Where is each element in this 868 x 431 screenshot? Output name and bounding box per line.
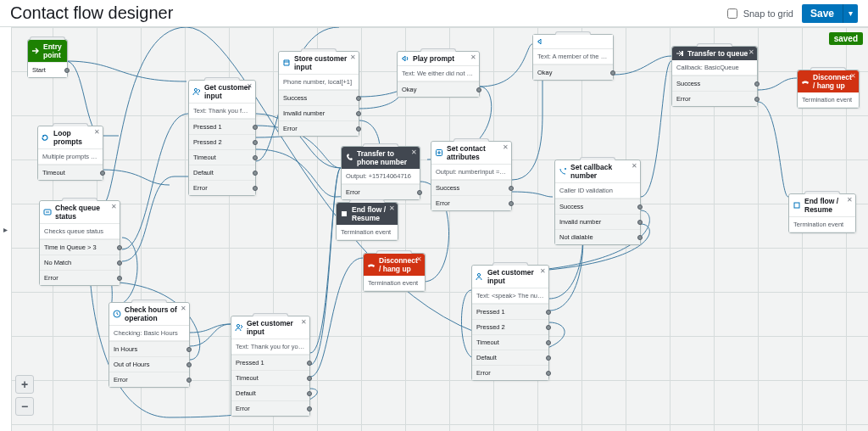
branch[interactable]: Invalid number bbox=[555, 214, 640, 229]
snap-to-grid-toggle[interactable]: Snap to grid bbox=[724, 6, 793, 21]
branch[interactable]: Default bbox=[472, 350, 548, 365]
node-disconnect-2[interactable]: Disconnect / hang up ✕ Termination event bbox=[797, 70, 860, 109]
node-disconnect-1[interactable]: Disconnect / hang up ✕ Termination event bbox=[363, 253, 426, 292]
branch[interactable]: Error bbox=[231, 400, 309, 416]
canvas[interactable]: saved bbox=[0, 27, 868, 431]
node-transfer-to-phone-number[interactable]: Transfer to phone number ✕ Output: +1571… bbox=[341, 146, 420, 200]
branch[interactable]: Error bbox=[40, 270, 120, 285]
person-input-icon bbox=[235, 323, 243, 332]
branch[interactable]: Timeout bbox=[472, 334, 548, 350]
close-icon[interactable]: ✕ bbox=[411, 148, 417, 156]
close-icon[interactable]: ✕ bbox=[632, 162, 637, 170]
node-get-customer-input-1[interactable]: Get customer input ✕ Text: Thank you for… bbox=[188, 80, 256, 196]
close-icon[interactable]: ✕ bbox=[94, 128, 100, 136]
node-header[interactable]: Loop prompts ✕ bbox=[38, 126, 103, 149]
node-header[interactable]: Disconnect / hang up ✕ bbox=[364, 254, 425, 276]
branch[interactable]: No Match bbox=[40, 255, 120, 270]
close-icon[interactable]: ✕ bbox=[181, 305, 186, 312]
close-icon[interactable]: ✕ bbox=[389, 204, 395, 212]
branch[interactable]: Success bbox=[672, 76, 757, 91]
node-header[interactable]: Disconnect / hang up ✕ bbox=[798, 70, 859, 92]
node-get-customer-input-2[interactable]: Get customer input ✕ Text: <speak> The n… bbox=[471, 265, 549, 381]
branch[interactable]: Timeout bbox=[189, 149, 255, 165]
node-entry-point[interactable]: Entry point Start bbox=[27, 39, 68, 78]
node-set-contact-attributes[interactable]: Set contact attributes ✕ Output: numberI… bbox=[431, 141, 512, 211]
node-loop-prompts[interactable]: Loop prompts ✕ Multiple prompts (3) Time… bbox=[37, 126, 103, 181]
branch[interactable]: Error bbox=[342, 184, 420, 199]
close-icon[interactable]: ✕ bbox=[503, 143, 509, 151]
branch[interactable]: Default bbox=[189, 165, 255, 180]
close-icon[interactable]: ✕ bbox=[111, 203, 117, 210]
snap-checkbox[interactable] bbox=[727, 8, 737, 19]
node-header[interactable]: Get customer input ✕ bbox=[472, 266, 548, 288]
branch[interactable]: Not dialable bbox=[555, 229, 640, 244]
branch[interactable]: Error bbox=[672, 91, 757, 106]
branch[interactable]: Pressed 1 bbox=[189, 119, 255, 134]
close-icon[interactable]: ✕ bbox=[301, 318, 307, 326]
branch[interactable]: Default bbox=[231, 385, 309, 400]
branch[interactable]: Pressed 2 bbox=[472, 319, 548, 334]
branch[interactable]: Out of Hours bbox=[109, 356, 189, 372]
node-header[interactable]: Get customer input ✕ bbox=[231, 316, 309, 339]
save-dropdown-button[interactable] bbox=[843, 4, 858, 23]
branch[interactable]: Pressed 1 bbox=[231, 355, 309, 370]
close-icon[interactable]: ✕ bbox=[540, 267, 546, 275]
zoom-out-button[interactable]: − bbox=[15, 397, 34, 416]
node-header[interactable]: . bbox=[533, 35, 613, 49]
branch[interactable]: In Hours bbox=[109, 341, 189, 356]
branch[interactable]: Okay bbox=[533, 64, 613, 80]
branch[interactable]: Error bbox=[279, 120, 359, 136]
node-header[interactable]: End flow / Resume ✕ bbox=[789, 194, 855, 217]
branch[interactable]: Invalid number bbox=[279, 105, 359, 120]
node-header[interactable]: Check queue status ✕ bbox=[40, 201, 120, 224]
branch[interactable]: Error bbox=[189, 180, 255, 195]
branch[interactable]: Error bbox=[109, 372, 189, 387]
end-icon bbox=[793, 201, 801, 210]
node-end-flow-1[interactable]: End flow / Resume ✕ Termination event bbox=[336, 202, 398, 241]
save-button[interactable]: Save bbox=[802, 4, 843, 23]
close-icon[interactable]: ✕ bbox=[350, 53, 356, 61]
branch[interactable]: Success bbox=[555, 199, 640, 214]
node-header[interactable]: Set callback number ✕ bbox=[555, 160, 640, 183]
node-subtitle: Termination event bbox=[789, 217, 855, 232]
node-check-hours-of-operation[interactable]: Check hours of operation ✕ Checking: Bas… bbox=[108, 302, 190, 388]
node-end-flow-2[interactable]: End flow / Resume ✕ Termination event bbox=[788, 193, 856, 233]
close-icon[interactable]: ✕ bbox=[247, 82, 253, 90]
store-icon bbox=[282, 59, 291, 67]
node-header[interactable]: Store customer input ✕ bbox=[279, 52, 359, 75]
close-icon[interactable]: ✕ bbox=[748, 48, 754, 56]
node-header[interactable]: Transfer to queue ✕ bbox=[672, 47, 757, 60]
node-transfer-to-queue[interactable]: Transfer to queue ✕ Callback: BasicQueue… bbox=[671, 46, 758, 107]
node-header[interactable]: End flow / Resume ✕ bbox=[337, 203, 398, 225]
node-store-customer-input[interactable]: Store customer input ✕ Phone number, loc… bbox=[278, 51, 359, 137]
node-header[interactable]: Set contact attributes ✕ bbox=[431, 142, 511, 165]
branch[interactable]: Timeout bbox=[38, 165, 103, 180]
node-header[interactable]: Transfer to phone number ✕ bbox=[342, 147, 420, 169]
branch[interactable]: Error bbox=[431, 195, 511, 210]
close-icon[interactable]: ✕ bbox=[470, 53, 476, 61]
branch[interactable]: Pressed 2 bbox=[189, 134, 255, 149]
branch[interactable]: Timeout bbox=[231, 370, 309, 385]
node-play-prompt-1[interactable]: Play prompt ✕ Text: We either did not ge… bbox=[397, 51, 480, 98]
node-play-prompt-top[interactable]: . Text: A member of the Das… Okay bbox=[532, 34, 614, 81]
branch[interactable]: Error bbox=[472, 365, 548, 380]
node-header[interactable]: Entry point bbox=[28, 40, 67, 62]
branch[interactable]: Okay bbox=[398, 81, 479, 97]
branch[interactable]: Success bbox=[431, 180, 511, 195]
close-icon[interactable]: ✕ bbox=[847, 196, 853, 204]
node-subtitle: Checks queue status bbox=[40, 224, 120, 239]
close-icon[interactable]: ✕ bbox=[416, 255, 422, 263]
branch[interactable]: Pressed 1 bbox=[472, 304, 548, 319]
sidebar-expand-handle[interactable]: ▸ bbox=[0, 27, 12, 431]
node-get-customer-input-3[interactable]: Get customer input ✕ Text: Thank you for… bbox=[231, 316, 310, 417]
node-header[interactable]: Play prompt ✕ bbox=[398, 52, 479, 66]
branch[interactable]: Time in Queue > 3 bbox=[40, 239, 120, 255]
close-icon[interactable]: ✕ bbox=[850, 72, 856, 80]
zoom-in-button[interactable]: + bbox=[15, 375, 34, 394]
branch[interactable]: Start bbox=[28, 62, 67, 77]
node-header[interactable]: Get customer input ✕ bbox=[189, 81, 255, 104]
node-header[interactable]: Check hours of operation ✕ bbox=[109, 303, 189, 326]
node-check-queue-status[interactable]: Check queue status ✕ Checks queue status… bbox=[39, 200, 120, 286]
branch[interactable]: Success bbox=[279, 90, 359, 105]
node-set-callback-number[interactable]: Set callback number ✕ Caller ID validati… bbox=[554, 160, 641, 245]
